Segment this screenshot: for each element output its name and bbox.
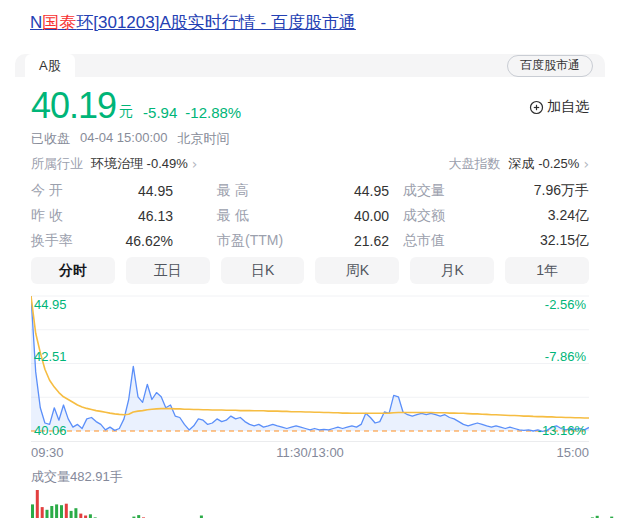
price-change-percent: -12.88% [185,104,241,121]
market-index-label: 大盘指数 [449,155,501,173]
stat-label: 最 低 [217,207,249,225]
chevron-right-icon: › [192,156,198,172]
stock-quote-card: A股 百度股市通 40.19 元 -5.94 -12.88% 加自选 已收盘 0… [15,54,605,518]
stat-value: 32.15亿 [445,232,589,250]
baidu-stock-result-card: { "title": { "prefix": "N", "highlight":… [0,12,618,518]
x-tick-close: 15:00 [556,445,589,461]
stat-value: 21.62 [283,233,403,249]
chevron-right-icon: › [583,156,589,172]
tab-a-share[interactable]: A股 [25,54,75,77]
stat-label: 总市值 [403,232,445,250]
industry-link[interactable]: 所属行业 环境治理 -0.49% › [31,155,197,173]
tab-one-year[interactable]: 1年 [505,257,589,284]
stat-value: 7.96万手 [445,182,589,200]
market-status: 已收盘 [31,130,70,148]
stat-label: 昨 收 [31,207,63,225]
stat-cell-high: 最 高44.95 [217,178,403,203]
card-header: A股 百度股市通 [15,54,605,77]
stat-cell-low: 最 低40.00 [217,203,403,228]
price-row: 40.19 元 -5.94 -12.88% 加自选 [31,84,589,126]
intraday-chart: 44.95 42.51 40.06 -2.56% -7.86% -13.16% [31,292,589,442]
market-index-value: 深成 -0.25% [509,155,580,173]
price-change: -5.94 [143,104,177,121]
stat-value: 46.13 [63,208,217,224]
volume-chart [31,486,589,518]
industry-label: 所属行业 [31,155,83,173]
circle-plus-icon [529,100,547,115]
stat-label: 成交额 [403,207,445,225]
title-rest: 环[301203]A股实时行情 - 百度股市通 [76,13,356,32]
x-axis-labels: 09:30 11:30/13:00 15:00 [31,445,589,461]
result-title-link[interactable]: N国泰环[301203]A股实时行情 - 百度股市通 [30,12,618,34]
stat-label: 换手率 [31,232,73,250]
stat-cell-volume: 成交量7.96万手 [403,178,589,203]
stat-cell-turnover-amount: 成交额3.24亿 [403,203,589,228]
market-status-row: 已收盘 04-04 15:00:00 北京时间 [31,130,589,148]
price-unit: 元 [119,103,133,121]
tab-five-day[interactable]: 五日 [126,257,210,284]
title-highlight: 国泰 [42,13,76,32]
source-button[interactable]: 百度股市通 [507,55,593,77]
chart-period-tabs: 分时 五日 日K 周K 月K 1年 [31,257,589,284]
stat-value: 40.00 [249,208,403,224]
stat-cell-turnover-rate: 换手率46.62% [31,228,217,253]
market-index-link[interactable]: 大盘指数 深成 -0.25% › [449,155,589,173]
card-body: 40.19 元 -5.94 -12.88% 加自选 已收盘 04-04 15:0… [15,84,605,518]
add-watchlist-label: 加自选 [547,98,589,116]
stat-cell-prev-close: 昨 收46.13 [31,203,217,228]
stats-grid: 今 开44.95 最 高44.95 成交量7.96万手 昨 收46.13 最 低… [31,178,589,253]
price-chart-svg [31,292,589,442]
stat-label: 最 高 [217,182,249,200]
volume-chart-svg [31,486,615,518]
tab-daily-k[interactable]: 日K [221,257,305,284]
tab-weekly-k[interactable]: 周K [315,257,399,284]
stat-label: 今 开 [31,182,63,200]
stat-cell-market-cap: 总市值32.15亿 [403,228,589,253]
stat-value: 44.95 [249,183,403,199]
stat-value: 46.62% [73,233,217,249]
current-price: 40.19 [31,86,116,126]
x-tick-open: 09:30 [31,445,64,461]
stat-label: 成交量 [403,182,445,200]
add-watchlist-button[interactable]: 加自选 [529,98,589,116]
tab-intraday[interactable]: 分时 [31,257,115,284]
tab-monthly-k[interactable]: 月K [410,257,494,284]
stat-value: 44.95 [63,183,217,199]
timezone-label: 北京时间 [177,130,229,148]
quote-datetime: 04-04 15:00:00 [80,130,167,148]
title-prefix: N [30,13,42,32]
x-tick-midday: 11:30/13:00 [276,445,344,461]
stat-cell-open: 今 开44.95 [31,178,217,203]
stat-cell-pe-ttm: 市盈(TTM)21.62 [217,228,403,253]
industry-value: 环境治理 -0.49% [91,155,188,173]
volume-label: 成交量482.91手 [31,468,589,485]
meta-row: 所属行业 环境治理 -0.49% › 大盘指数 深成 -0.25% › [31,155,589,173]
stat-value: 3.24亿 [445,207,589,225]
stat-label: 市盈(TTM) [217,232,283,250]
